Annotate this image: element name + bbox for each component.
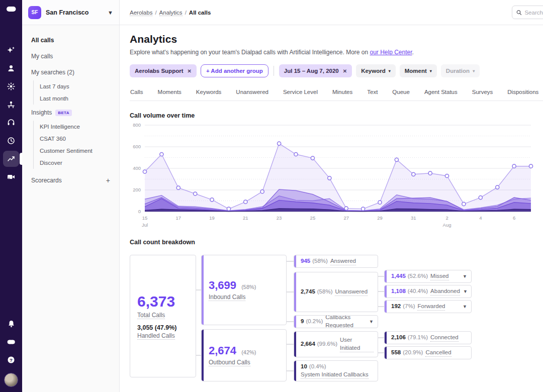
handled-calls-value: 3,055 (47.9%): [137, 324, 196, 331]
analytics-icon[interactable]: [3, 151, 19, 167]
tab-calls[interactable]: Calls: [130, 89, 144, 101]
breakdown-box-user-initiated: 2,664(99.6%)User Initiated: [294, 331, 378, 357]
chevron-down-icon[interactable]: ▼: [366, 319, 374, 325]
category-color-bar: [385, 347, 387, 359]
chevron-down-icon[interactable]: ▼: [460, 288, 468, 295]
tab-unanswered[interactable]: Unanswered: [235, 89, 269, 101]
svg-text:23: 23: [277, 215, 282, 221]
category-color-bar: [385, 270, 387, 282]
remove-filter-icon[interactable]: ✕: [343, 68, 347, 74]
beta-badge: BETA: [55, 110, 71, 116]
tab-agent-status[interactable]: Agent Status: [424, 89, 458, 101]
connected-pct: (79.1%): [408, 334, 428, 342]
breadcrumb-link-analytics[interactable]: Analytics: [159, 10, 183, 16]
total-calls-value: 6,373: [137, 293, 196, 310]
ai-sparkles-icon[interactable]: [3, 42, 19, 58]
filter-chip-aerolabs-support[interactable]: Aerolabs Support✕: [130, 64, 197, 77]
user_initiated-value: 2,664: [301, 340, 315, 348]
breakdown-box-callbacks[interactable]: 9(0.2%)Callbacks Requested▼: [294, 315, 378, 328]
category-color-bar: [294, 332, 296, 357]
workspace-switcher[interactable]: SF San Francisco ▼: [22, 0, 119, 25]
sidebar-item-scorecards[interactable]: Scorecards+: [22, 172, 119, 189]
svg-text:17: 17: [175, 215, 181, 221]
cancelled-value: 558: [391, 349, 401, 357]
filter-chip--add-another-group[interactable]: + Add another group: [201, 64, 268, 77]
filter-chip-moment[interactable]: Moment▾: [400, 64, 437, 77]
search-input[interactable]: [524, 10, 543, 16]
filter-chip-jul-15-aug-7-2020[interactable]: Jul 15 – Aug 7, 2020✕: [279, 64, 352, 77]
outbound-label[interactable]: Outbound Calls: [209, 359, 250, 366]
call-volume-svg: 0200400600800151719212325272931246JulAug: [130, 121, 535, 230]
dialpad-mini-icon[interactable]: [3, 334, 19, 350]
sidebar-item-insights[interactable]: InsightsBETA: [22, 105, 119, 121]
notifications-bell-icon[interactable]: [3, 316, 19, 332]
breakdown-box-abandoned[interactable]: 1,108(40.4%)Abandoned▼: [384, 285, 472, 298]
rail-bottom: ?: [3, 315, 19, 392]
add-scorecard-button[interactable]: +: [106, 176, 110, 184]
help-icon[interactable]: ?: [3, 352, 19, 368]
forwarded-label[interactable]: Forwarded: [417, 303, 445, 311]
chevron-down-icon[interactable]: ▼: [460, 304, 467, 310]
tab-minutes[interactable]: Minutes: [332, 89, 353, 101]
tab-keywords[interactable]: Keywords: [196, 89, 222, 101]
tab-service-level[interactable]: Service Level: [283, 89, 318, 101]
tab-surveys[interactable]: Surveys: [472, 89, 494, 101]
tab-queue[interactable]: Queue: [392, 89, 410, 101]
tab-moments[interactable]: Moments: [157, 89, 182, 101]
breakdown-box-outbound: 2,674 (42%)Outbound Calls: [201, 329, 287, 381]
cancelled-line: 558(20.9%)Cancelled: [385, 349, 471, 357]
missed-value: 1,445: [391, 272, 406, 280]
tab-dispositions[interactable]: Dispositions: [507, 89, 539, 101]
history-icon[interactable]: [3, 133, 19, 149]
total-calls-label[interactable]: Total Calls: [137, 312, 165, 319]
sidebar-item-kpi-intelligence[interactable]: KPI Intelligence: [33, 121, 119, 133]
user-avatar[interactable]: [4, 373, 18, 387]
filter-chip-duration[interactable]: Duration▾: [441, 64, 480, 77]
handled-calls-label[interactable]: Handled Calls: [137, 332, 175, 340]
breakdown-box-forwarded[interactable]: 192(7%)Forwarded▼: [384, 300, 472, 313]
system_initiated-label[interactable]: System Initiated Callbacks: [301, 371, 369, 379]
unanswered-label[interactable]: Unanswered: [335, 288, 368, 297]
user_initiated-pct: (99.6%): [317, 340, 337, 348]
sidebar-item-last-7-days[interactable]: Last 7 days: [33, 80, 119, 92]
coaching-icon[interactable]: [3, 96, 19, 113]
sidebar-item-customer-sentiment[interactable]: Customer Sentiment: [33, 145, 119, 157]
inbound-value: 3,699 (58%): [209, 279, 286, 292]
video-camera-icon[interactable]: [3, 169, 19, 185]
sidebar-item-my-calls[interactable]: My calls: [22, 48, 119, 64]
unanswered-value: 2,745: [301, 288, 315, 296]
contacts-icon[interactable]: [3, 60, 19, 76]
category-color-bar: [294, 316, 296, 328]
svg-text:600: 600: [133, 144, 141, 149]
breadcrumb-link-aerolabs[interactable]: Aerolabs: [130, 10, 152, 16]
missed-pct: (52.6%): [408, 272, 428, 280]
tab-text[interactable]: Text: [367, 89, 378, 101]
sidebar: SF San Francisco ▼ All callsMy callsMy s…: [22, 0, 120, 392]
abandoned-label[interactable]: Abandoned: [430, 287, 460, 296]
answered-label[interactable]: Answered: [330, 257, 356, 266]
missed-label[interactable]: Missed: [430, 272, 448, 281]
filter-chip-label: Duration: [446, 68, 470, 74]
dialpad-logo[interactable]: [3, 1, 19, 17]
sidebar-item-last-month[interactable]: Last month: [33, 92, 119, 105]
headset-icon[interactable]: [3, 115, 19, 131]
breakdown-box-missed[interactable]: 1,445(52.6%)Missed▼: [384, 270, 472, 283]
sidebar-item-discover[interactable]: Discover: [33, 157, 119, 169]
settings-icon[interactable]: [3, 78, 19, 94]
inbound-label[interactable]: Inbound Calls: [209, 293, 245, 301]
chevron-down-icon[interactable]: ▼: [460, 273, 467, 279]
user_initiated-label[interactable]: User Initiated: [340, 336, 374, 352]
filter-chip-keyword[interactable]: Keyword▾: [356, 64, 396, 77]
description-text: Explore what's happening on your team's …: [130, 49, 370, 56]
help-search[interactable]: [512, 6, 543, 19]
help-center-link[interactable]: our Help Center: [370, 49, 412, 56]
sidebar-item-all-calls[interactable]: All calls: [22, 32, 119, 48]
connected-label[interactable]: Connected: [430, 334, 459, 342]
sidebar-item-my-searches-2-[interactable]: My searches (2): [22, 64, 119, 80]
sidebar-item-label: My searches (2): [31, 69, 74, 76]
remove-filter-icon[interactable]: ✕: [187, 68, 191, 74]
cancelled-label[interactable]: Cancelled: [425, 349, 451, 357]
description-period: .: [412, 49, 414, 56]
callbacks-label[interactable]: Callbacks Requested: [325, 315, 366, 328]
sidebar-item-csat-360[interactable]: CSAT 360: [33, 133, 119, 145]
